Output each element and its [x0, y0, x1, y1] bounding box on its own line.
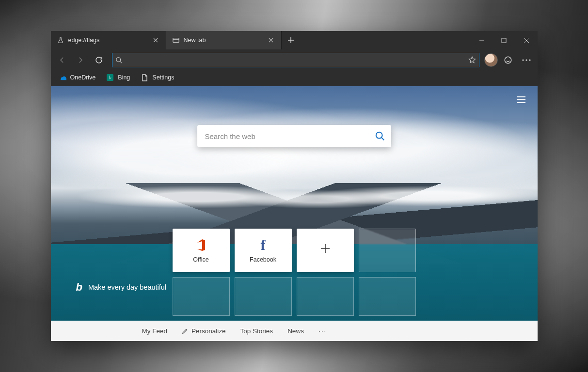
settings-menu-button[interactable] [518, 52, 535, 68]
tile-placeholder[interactable] [173, 277, 230, 316]
address-bar[interactable] [112, 53, 479, 67]
address-input[interactable] [127, 57, 464, 64]
tile-add[interactable] [297, 229, 354, 272]
favorite-star-icon[interactable] [468, 56, 476, 64]
bing-tagline-text: Make every day beautiful [88, 283, 166, 291]
feed-news[interactable]: News [287, 327, 304, 335]
profile-avatar[interactable] [484, 53, 498, 67]
tab-label: New tab [184, 37, 262, 44]
window-controls [471, 31, 538, 49]
favorite-bing[interactable]: Bing [101, 72, 135, 83]
feedback-smiley-button[interactable] [500, 52, 516, 68]
pencil-icon [182, 327, 189, 334]
tile-placeholder[interactable] [359, 277, 416, 316]
quick-links-row-2 [173, 277, 416, 316]
close-tab-button[interactable] [266, 35, 276, 46]
settings-doc-icon [141, 74, 148, 81]
svg-point-3 [505, 57, 511, 63]
tile-placeholder[interactable] [297, 277, 354, 316]
feed-personalize[interactable]: Personalize [182, 327, 226, 335]
svg-point-6 [529, 59, 530, 61]
titlebar: edge://flags New tab [51, 31, 538, 49]
tab-flags[interactable]: edge://flags [51, 31, 166, 49]
flask-icon [57, 36, 64, 44]
onedrive-icon [59, 74, 66, 81]
web-search-input[interactable] [205, 132, 370, 140]
tile-label: Facebook [250, 256, 276, 263]
forward-button[interactable] [72, 52, 89, 68]
tile-office[interactable]: Office [173, 229, 230, 272]
tile-placeholder[interactable] [235, 277, 292, 316]
search-icon [115, 57, 123, 64]
tab-label: edge://flags [68, 37, 146, 44]
web-search-box[interactable] [197, 125, 391, 147]
tile-label: Office [193, 256, 208, 263]
tab-newtab[interactable]: New tab [166, 31, 282, 49]
svg-rect-1 [502, 38, 506, 43]
bing-logo-icon: b [76, 281, 82, 294]
svg-rect-0 [173, 38, 178, 43]
refresh-button[interactable] [91, 52, 107, 68]
bing-icon [106, 74, 114, 81]
feed-topstories[interactable]: Top Stories [240, 327, 273, 335]
newtab-page-icon [172, 36, 180, 44]
new-tab-button[interactable] [282, 31, 300, 49]
favorites-bar: OneDrive Bing Settings [51, 71, 538, 86]
bing-tagline[interactable]: b Make every day beautiful [76, 281, 167, 294]
plus-icon [320, 241, 331, 256]
back-button[interactable] [54, 52, 70, 68]
browser-window: edge://flags New tab [51, 31, 538, 341]
newtab-content: Office f Facebook b Make every day beaut… [51, 86, 538, 341]
search-submit-icon[interactable] [375, 131, 385, 141]
favorite-onedrive[interactable]: OneDrive [54, 72, 101, 83]
quick-links-row: Office f Facebook [173, 229, 416, 272]
close-window-button[interactable] [515, 31, 538, 49]
svg-point-2 [116, 57, 120, 62]
feed-myfeed[interactable]: My Feed [142, 327, 168, 335]
tile-placeholder[interactable] [359, 229, 416, 272]
feed-more[interactable]: ··· [318, 327, 327, 335]
favorite-label: OneDrive [70, 74, 96, 81]
favorite-label: Settings [152, 74, 174, 81]
minimize-button[interactable] [471, 31, 493, 49]
office-icon [195, 238, 207, 252]
tab-strip: edge://flags New tab [51, 31, 282, 49]
svg-point-8 [376, 132, 382, 139]
maximize-button[interactable] [493, 31, 515, 49]
toolbar [51, 49, 538, 71]
favorite-label: Bing [118, 74, 130, 81]
svg-point-5 [525, 59, 527, 61]
svg-point-4 [522, 59, 524, 61]
feed-bar: My Feed Personalize Top Stories News ··· [51, 321, 538, 341]
page-settings-button[interactable] [514, 93, 528, 107]
close-tab-button[interactable] [150, 35, 161, 46]
tile-facebook[interactable]: f Facebook [235, 229, 292, 272]
facebook-icon: f [261, 238, 266, 252]
favorite-settings[interactable]: Settings [136, 72, 179, 83]
